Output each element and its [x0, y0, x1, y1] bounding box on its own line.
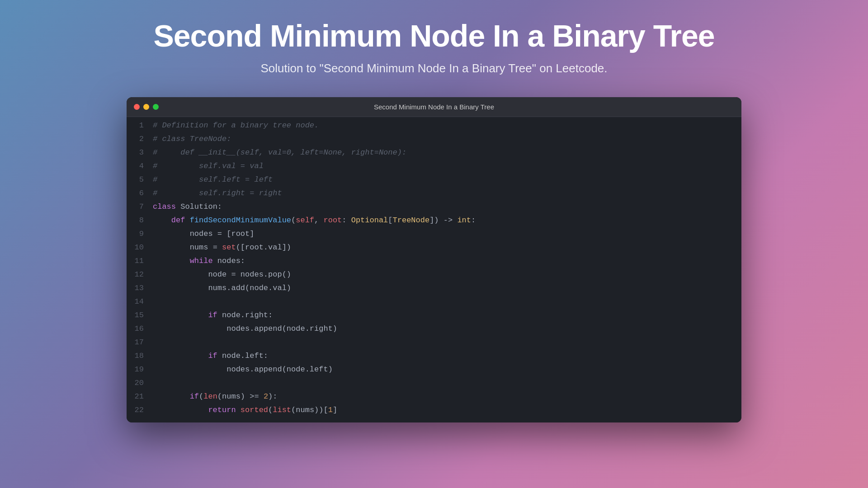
- maximize-button[interactable]: [153, 104, 159, 110]
- table-row: 7 class Solution:: [127, 202, 741, 216]
- page-subtitle: Solution to "Second Minimum Node In a Bi…: [260, 61, 607, 75]
- table-row: 9 nodes = [root]: [127, 229, 741, 243]
- table-row: 3 # def __init__(self, val=0, left=None,…: [127, 148, 741, 161]
- table-row: 10 nums = set([root.val]): [127, 243, 741, 256]
- table-row: 14: [127, 297, 741, 310]
- table-row: 21 if(len(nums) >= 2):: [127, 392, 741, 405]
- window-titlebar: Second Minimum Node In a Binary Tree: [127, 97, 741, 117]
- window-controls: [134, 104, 159, 110]
- window-title: Second Minimum Node In a Binary Tree: [374, 103, 494, 111]
- page-title: Second Minimum Node In a Binary Tree: [153, 18, 714, 53]
- table-row: 17: [127, 338, 741, 351]
- table-row: 11 while nodes:: [127, 256, 741, 270]
- table-row: 1 # Definition for a binary tree node.: [127, 121, 741, 134]
- table-row: 13 nums.add(node.val): [127, 283, 741, 297]
- table-row: 18 if node.left:: [127, 351, 741, 365]
- close-button[interactable]: [134, 104, 140, 110]
- table-row: 5 # self.left = left: [127, 175, 741, 188]
- table-row: 22 return sorted(list(nums))[1]: [127, 405, 741, 419]
- code-window: Second Minimum Node In a Binary Tree 1 #…: [127, 97, 741, 422]
- table-row: 6 # self.right = right: [127, 188, 741, 202]
- table-row: 2 # class TreeNode:: [127, 134, 741, 148]
- table-row: 4 # self.val = val: [127, 161, 741, 175]
- table-row: 8 def findSecondMinimumValue(self, root:…: [127, 216, 741, 229]
- table-row: 20: [127, 378, 741, 392]
- code-editor: 1 # Definition for a binary tree node. 2…: [127, 117, 741, 422]
- table-row: 12 node = nodes.pop(): [127, 270, 741, 283]
- table-row: 16 nodes.append(node.right): [127, 324, 741, 338]
- table-row: 19 nodes.append(node.left): [127, 365, 741, 378]
- table-row: 15 if node.right:: [127, 310, 741, 324]
- minimize-button[interactable]: [143, 104, 149, 110]
